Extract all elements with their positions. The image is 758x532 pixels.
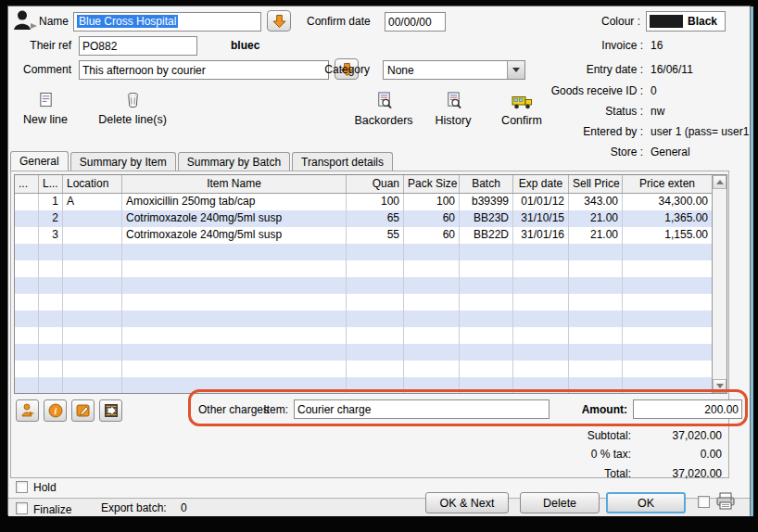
- backorders-icon: [375, 92, 393, 109]
- new-line-button[interactable]: New line: [8, 92, 82, 126]
- amount-input[interactable]: [633, 399, 742, 419]
- edit-note-button[interactable]: [71, 399, 95, 422]
- tab-transport-details[interactable]: Transport details: [292, 152, 393, 171]
- table-row[interactable]: 3 Cotrimoxazole 240mg/5ml susp 55 60 BB2…: [15, 227, 712, 244]
- store-label: Store :: [425, 146, 643, 158]
- status-value: nw: [651, 105, 664, 118]
- col-batch[interactable]: Batch: [460, 175, 513, 193]
- history-icon: [445, 92, 462, 109]
- tab-summary-by-item[interactable]: Summary by Item: [70, 152, 176, 171]
- table-scrollbar[interactable]: [712, 175, 726, 393]
- their-ref-label: Their ref: [8, 39, 71, 52]
- truck-icon: [512, 95, 533, 109]
- invoice-value: 16: [651, 39, 663, 52]
- confirm-date-label: Confirm date: [307, 15, 371, 28]
- finalize-label: Finalize: [33, 503, 71, 516]
- col-exp-date[interactable]: Exp date: [513, 175, 569, 193]
- export-lines-button[interactable]: [99, 399, 122, 422]
- col-quan[interactable]: Quan: [347, 175, 404, 193]
- col-price-exten[interactable]: Price exten: [623, 175, 712, 193]
- info-button[interactable]: i: [44, 399, 67, 422]
- col-line[interactable]: L...: [39, 175, 63, 193]
- line-tools: i: [16, 399, 122, 422]
- entered-by-label: Entered by :: [425, 125, 643, 138]
- list-arrow-icon: [104, 403, 119, 418]
- export-batch-value: 0: [181, 501, 187, 514]
- subtotal-value: 37,020.00: [564, 429, 722, 442]
- colour-swatch: [650, 15, 683, 28]
- svg-text:i: i: [54, 406, 57, 416]
- entered-by-value: user 1 (pass= user1: [651, 125, 749, 138]
- name-input[interactable]: Blue Cross Hospital: [73, 12, 261, 32]
- col-item-name[interactable]: Item Name: [122, 175, 347, 193]
- category-label: Category: [286, 63, 370, 76]
- table-row[interactable]: 2 Cotrimoxazole 240mg/5ml susp 65 60 BB2…: [15, 210, 712, 227]
- tab-summary-by-batch[interactable]: Summary by Batch: [178, 152, 290, 171]
- tab-bar: General Summary by Item Summary by Batch…: [10, 151, 393, 171]
- total-value: 37,020.00: [564, 467, 722, 480]
- table-row[interactable]: 1 A Amoxicillin 250mg tab/cap 100 100 b3…: [15, 194, 712, 210]
- comment-label: Comment: [8, 63, 71, 76]
- ok-button[interactable]: OK: [606, 492, 686, 513]
- tax-row: 0 % tax: 0.00: [8, 448, 750, 462]
- col-pack-size[interactable]: Pack Size: [404, 175, 460, 193]
- colour-name: Black: [683, 15, 722, 28]
- subtotal-row: Subtotal: 37,020.00: [8, 429, 750, 444]
- confirm-button[interactable]: Confirm: [481, 95, 562, 127]
- trash-icon: [126, 92, 140, 108]
- delete-button[interactable]: Delete: [520, 492, 600, 513]
- hold-checkbox[interactable]: [16, 481, 28, 493]
- name-code-text: bluec: [231, 39, 259, 52]
- tax-value: 0.00: [564, 448, 722, 461]
- other-charges-item-label: Item:: [251, 403, 288, 416]
- customer-icon: [13, 10, 38, 33]
- info-icon: i: [48, 403, 63, 418]
- goods-receive-value: 0: [651, 84, 657, 97]
- printer-icon[interactable]: [715, 492, 737, 514]
- scroll-up-icon[interactable]: [713, 175, 726, 189]
- tab-general[interactable]: General: [10, 151, 69, 171]
- orange-person-icon: [20, 403, 35, 418]
- name-lookup-button[interactable]: [267, 10, 291, 32]
- name-label: Name: [39, 15, 69, 28]
- down-arrow-icon: [272, 14, 286, 29]
- name-selected-text: Blue Cross Hospital: [77, 15, 178, 28]
- col-dots[interactable]: ...: [15, 175, 39, 193]
- customer-details-button[interactable]: [16, 399, 39, 422]
- finalize-checkbox[interactable]: [16, 502, 28, 514]
- confirm-date-input[interactable]: [385, 12, 446, 32]
- export-batch-label: Export batch:: [101, 501, 167, 514]
- pencil-note-icon: [76, 403, 91, 418]
- empty-row-area: [15, 244, 712, 393]
- their-ref-input[interactable]: [79, 36, 197, 56]
- colour-label: Colour :: [527, 15, 640, 28]
- col-location[interactable]: Location: [63, 175, 122, 193]
- entry-date-label: Entry date :: [425, 63, 643, 76]
- other-charges-item-input[interactable]: [294, 399, 550, 419]
- entry-date-value: 16/06/11: [651, 63, 693, 76]
- delete-lines-button[interactable]: Delete line(s): [86, 92, 179, 126]
- colour-picker[interactable]: Black: [646, 11, 726, 32]
- print-checkbox[interactable]: [698, 496, 710, 508]
- total-row: Total: 37,020.00: [8, 467, 750, 482]
- hold-label: Hold: [33, 481, 57, 494]
- customer-invoice-window: Name Blue Cross Hospital Confirm date Co…: [7, 6, 751, 515]
- invoice-label: Invoice :: [425, 39, 643, 52]
- new-line-icon: [38, 92, 54, 108]
- col-sell-price[interactable]: Sell Price: [569, 175, 623, 193]
- scroll-down-icon[interactable]: [713, 379, 726, 393]
- amount-label: Amount:: [557, 403, 627, 416]
- store-value: General: [651, 146, 690, 158]
- invoice-lines-table[interactable]: ... L... Location Item Name Quan Pack Si…: [14, 174, 727, 394]
- ok-next-button[interactable]: OK & Next: [425, 492, 509, 513]
- table-header[interactable]: ... L... Location Item Name Quan Pack Si…: [15, 175, 712, 194]
